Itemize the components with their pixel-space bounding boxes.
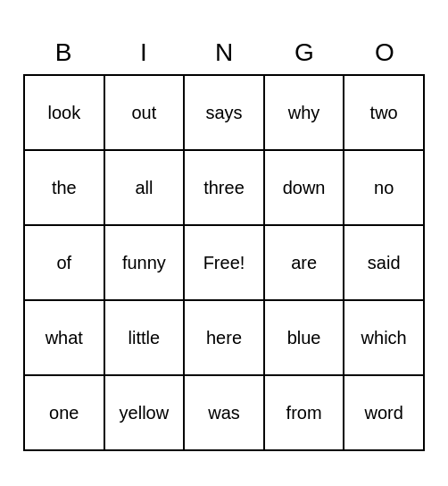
header-letter-i: I bbox=[104, 35, 184, 71]
header-letter-n: N bbox=[184, 35, 264, 71]
bingo-cell-4-4: word bbox=[344, 376, 423, 449]
bingo-cell-0-1: out bbox=[105, 76, 186, 149]
bingo-cell-1-0: the bbox=[25, 151, 105, 224]
bingo-cell-4-0: one bbox=[25, 376, 105, 449]
bingo-cell-1-4: no bbox=[344, 151, 423, 224]
bingo-cell-3-1: little bbox=[105, 301, 186, 374]
bingo-cell-3-2: here bbox=[185, 301, 265, 374]
bingo-cell-1-2: three bbox=[185, 151, 265, 224]
header-letter-g: G bbox=[264, 35, 344, 71]
bingo-cell-3-4: which bbox=[344, 301, 423, 374]
bingo-cell-1-3: down bbox=[265, 151, 345, 224]
bingo-card: BINGO lookoutsayswhytwotheallthreedownno… bbox=[23, 35, 425, 451]
bingo-cell-1-1: all bbox=[105, 151, 186, 224]
bingo-cell-2-3: are bbox=[265, 226, 345, 299]
bingo-cell-0-0: look bbox=[25, 76, 105, 149]
bingo-cell-0-3: why bbox=[265, 76, 345, 149]
header-letter-o: O bbox=[344, 35, 425, 71]
bingo-row-2: offunnyFree!aresaid bbox=[25, 226, 423, 301]
bingo-cell-4-2: was bbox=[185, 376, 265, 449]
bingo-row-0: lookoutsayswhytwo bbox=[25, 76, 423, 151]
bingo-cell-4-1: yellow bbox=[105, 376, 186, 449]
header-letter-b: B bbox=[23, 35, 104, 71]
bingo-header: BINGO bbox=[23, 35, 425, 71]
bingo-cell-4-3: from bbox=[265, 376, 345, 449]
bingo-cell-3-3: blue bbox=[265, 301, 345, 374]
bingo-cell-2-0: of bbox=[25, 226, 105, 299]
bingo-cell-0-4: two bbox=[344, 76, 423, 149]
bingo-row-4: oneyellowwasfromword bbox=[25, 376, 423, 449]
bingo-row-3: whatlittleherebluewhich bbox=[25, 301, 423, 376]
bingo-grid: lookoutsayswhytwotheallthreedownnooffunn… bbox=[23, 74, 425, 451]
bingo-cell-2-2: Free! bbox=[185, 226, 265, 299]
bingo-cell-2-4: said bbox=[344, 226, 423, 299]
bingo-row-1: theallthreedownno bbox=[25, 151, 423, 226]
bingo-cell-2-1: funny bbox=[105, 226, 186, 299]
bingo-cell-0-2: says bbox=[185, 76, 265, 149]
bingo-cell-3-0: what bbox=[25, 301, 105, 374]
